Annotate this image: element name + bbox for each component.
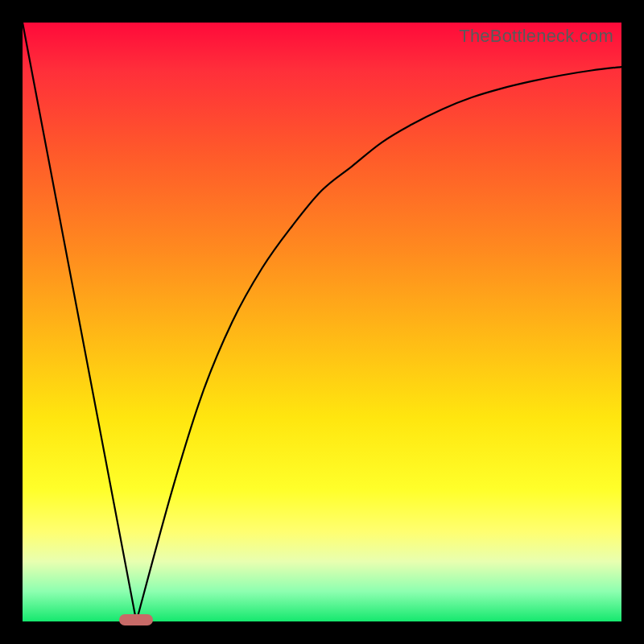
chart-frame: TheBottleneck.com [0,0,644,644]
bottleneck-curve [23,23,621,632]
optimum-marker [119,614,153,625]
curve-layer [23,23,621,621]
plot-area: TheBottleneck.com [23,23,621,621]
